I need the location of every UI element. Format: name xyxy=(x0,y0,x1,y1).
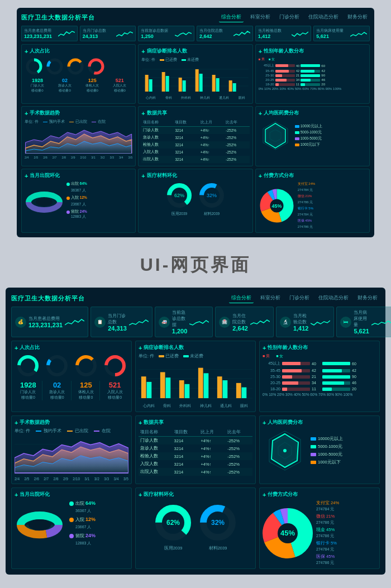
donut-4 xyxy=(87,57,106,76)
sparkline-main-5 xyxy=(311,317,330,327)
main-content-grid: 人次占比 xyxy=(11,341,380,569)
svg-rect-58 xyxy=(166,377,171,398)
main-nav-综合[interactable]: 综合分析 xyxy=(229,293,254,303)
svg-rect-56 xyxy=(147,382,152,398)
table-row: 门诊人数3214+4%↑-252% xyxy=(139,437,252,445)
main-stat-5: 🔬 当月检验总数 1,412 xyxy=(276,307,335,337)
bed-icon: 🛏 xyxy=(340,317,351,328)
main-stats-row: 💰 当月患者总费用 123,231,231 📋 当月门诊总数 24,313 xyxy=(11,307,380,337)
table-row: 入院人数3214+4%↑-252% xyxy=(139,460,252,468)
main-dashboard: 医疗卫生大数据分析平台 综合分析 科室分析 门诊分析 住院动态分析 财务分析 💰… xyxy=(6,288,385,575)
panel-shuju-main: 数据共享 项目名称 项目数 比上月 比去年 门诊人数3214+4%↑-252% xyxy=(135,415,256,484)
stat-card-1: 当月患者总费用 123,231,231 xyxy=(21,26,78,41)
pie-chart-main: 45% xyxy=(263,508,313,558)
panel-chuyuan-top: 当月出院环化 出院 64% 36367 人 xyxy=(21,169,136,233)
torus-chart-top xyxy=(25,185,64,216)
app-title-top: 医疗卫生大数据分析平台 xyxy=(21,13,95,22)
svg-text:45%: 45% xyxy=(280,529,295,537)
panel-yunjun-main: 人均医药费分布 10000元以上 5000-1000元 xyxy=(259,415,380,484)
panel-renci-main: 人次占比 xyxy=(11,341,132,412)
panel-caicai-top: 医疗材料环化 62% 医用2039 3 xyxy=(138,169,252,233)
donut-3 xyxy=(66,57,85,76)
main-title: 医疗卫生大数据分析平台 xyxy=(11,294,85,303)
sparkline-main-4 xyxy=(250,317,270,327)
svg-rect-12 xyxy=(149,79,152,92)
svg-rect-17 xyxy=(196,69,199,92)
svg-rect-11 xyxy=(145,75,149,92)
svg-rect-57 xyxy=(160,372,165,398)
svg-rect-60 xyxy=(185,384,190,398)
sparkline-main-1 xyxy=(65,317,84,327)
main-stat-2: 📋 当月门诊总数 24,313 xyxy=(90,307,152,337)
svg-rect-61 xyxy=(198,368,203,398)
watermark-text: UI-网页界面 xyxy=(140,253,251,278)
table-row: 急诊人数3214+4%↑-252% xyxy=(139,444,252,452)
panel-fufang-top: 付费方式分布 xyxy=(255,169,370,233)
nav-item-综合[interactable]: 综合分析 xyxy=(219,12,244,22)
panel-bingshi-main: 病症诊断排名人数 单位: 件 已还费 未还费 xyxy=(135,341,256,412)
ambulance-icon: 🚑 xyxy=(159,317,170,328)
svg-text:45%: 45% xyxy=(271,203,282,209)
svg-point-77 xyxy=(28,519,51,530)
nav-item-门诊[interactable]: 门诊分析 xyxy=(277,12,302,22)
panel-shuju-top: 数据共享 项目名称项目数比上月比去年 门诊人数3214+4%↑-252% 急诊人… xyxy=(138,106,252,166)
panel-shoushu-top: 手术数据趋势 单位: 件 预约手术 已出院 在院 xyxy=(21,106,136,166)
main-nav-财务[interactable]: 财务分析 xyxy=(355,293,380,303)
svg-rect-21 xyxy=(229,80,232,92)
nav-item-科室[interactable]: 科室分析 xyxy=(248,12,273,22)
nav-top: 综合分析 科室分析 门诊分析 住院动态分析 财务分析 xyxy=(219,12,370,22)
main-nav-科室[interactable]: 科室分析 xyxy=(258,293,283,303)
sparkline-4 xyxy=(233,30,250,38)
svg-rect-20 xyxy=(216,78,220,92)
area-chart-main xyxy=(15,436,128,474)
svg-rect-14 xyxy=(166,76,169,92)
svg-point-28 xyxy=(36,198,53,206)
hospital-icon: 🏥 xyxy=(219,317,230,328)
sparkline-main-2 xyxy=(129,317,149,327)
svg-rect-18 xyxy=(199,74,203,92)
clipboard-icon: 📋 xyxy=(94,317,106,328)
svg-rect-66 xyxy=(242,388,247,398)
main-stat-1: 💰 当月患者总费用 123,231,231 xyxy=(11,307,88,337)
main-stat-4: 🏥 当月住院总数 2,642 xyxy=(215,307,274,337)
panel-xingbie-top: 性别年龄人数分布 ■ 男 ■ 女 45以上 40 60 35-45 xyxy=(255,44,370,104)
donut-renci-1 xyxy=(16,353,40,378)
nav-item-住院[interactable]: 住院动态分析 xyxy=(306,12,341,22)
table-row: 检验人数3214+4%↑-252% xyxy=(139,452,252,460)
sparkline-2 xyxy=(116,30,133,38)
panel-caicai-main: 医疗材料环化 62% 医用2039 3 xyxy=(135,487,256,569)
donut-renci-4 xyxy=(103,353,127,378)
main-nav-住院[interactable]: 住院动态分析 xyxy=(316,293,351,303)
stat-card-2: 当月门诊总数 24,313 xyxy=(80,26,136,41)
donut-caicai-1-top: 62% xyxy=(165,181,193,209)
svg-rect-15 xyxy=(179,78,182,92)
sparkline-1 xyxy=(58,30,75,38)
donut-2 xyxy=(45,57,64,76)
donut-caicai-2-top: 32% xyxy=(198,181,226,209)
sparkline-main-6 xyxy=(371,317,391,327)
main-nav: 综合分析 科室分析 门诊分析 住院动态分析 财务分析 xyxy=(229,293,380,303)
nav-item-财务[interactable]: 财务分析 xyxy=(345,12,370,22)
bar-chart-main xyxy=(139,361,252,400)
microscope-icon: 🔬 xyxy=(280,317,291,328)
stat-card-6: 当月病床使用量 5,621 xyxy=(313,26,370,41)
donut-renci-3 xyxy=(74,353,98,378)
svg-text:32%: 32% xyxy=(207,193,217,198)
svg-rect-55 xyxy=(141,376,146,398)
torus-chart-main xyxy=(15,503,65,544)
panel-shoushu-main: 手术数据趋势 单位: 件 预约手术 已出院 在院 xyxy=(11,415,132,484)
svg-rect-59 xyxy=(179,380,184,398)
panel-yunjun-top: 人均医药费分布 10000元以上 5000-1000元 1000-5000元 1… xyxy=(255,106,370,166)
sparkline-6 xyxy=(350,30,367,38)
svg-text:62%: 62% xyxy=(166,519,180,527)
stat-card-4: 当月住院总数 2,642 xyxy=(197,26,253,41)
stat-card-3: 当前急诊总数据 1,250 xyxy=(138,26,194,41)
donut-caicai-1-main: 62% xyxy=(154,503,193,542)
sparkline-main-3 xyxy=(189,317,209,327)
watermark-section: UI-网页界面 xyxy=(0,243,391,288)
radar-chart-top xyxy=(259,119,292,152)
sparkline-3 xyxy=(175,30,192,38)
donut-caicai-2-main: 32% xyxy=(198,503,237,542)
main-nav-门诊[interactable]: 门诊分析 xyxy=(287,293,312,303)
pie-chart-top: 45% xyxy=(259,188,295,224)
